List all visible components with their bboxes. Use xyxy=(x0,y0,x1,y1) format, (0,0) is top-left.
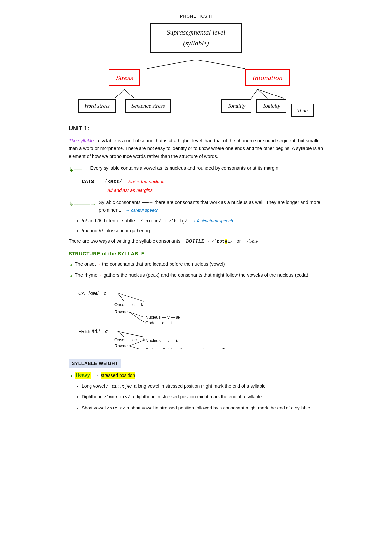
weight-bullets: Long vowel /ˈtiː.tʃə/ a long vowel in st… xyxy=(82,382,323,412)
word-stress-box: Word stress xyxy=(78,99,116,113)
cats-word: CATS → xyxy=(82,178,101,186)
stress-box: Stress xyxy=(109,69,140,86)
arrow-icon-2: ↳────→ xyxy=(69,199,96,209)
svg-text:Nucleus — v — iː: Nucleus — v — iː xyxy=(145,338,178,343)
weight-bullet-2: Diphthong /ˈmɒʊ.tɪv/ a diphthong in stre… xyxy=(82,393,323,401)
syllable-def-text: a syllable is a unit of sound that is at… xyxy=(69,138,323,159)
cats-example-line: CATS → /kæts/ /æ/ is the nucleus xyxy=(82,178,323,186)
nucleus-note: /æ/ is the nucleus xyxy=(129,178,165,185)
syllabic-examples-list: /n/ and /l/: bitten or subtle /ˈbɪtən/ →… xyxy=(82,217,323,234)
syllable-weight-heading: SYLLABLE WEIGHT xyxy=(69,354,323,371)
heavy-arrow: ↳ xyxy=(69,371,73,380)
supraseg-box: Suprasegmental level(syllable) xyxy=(150,23,242,53)
heavy-line: ↳ Heavy → stressed position xyxy=(69,371,323,380)
careful-speech-note: → careful speech xyxy=(126,208,159,213)
onset-definition: ↳ The onset→ the consonants that are loc… xyxy=(69,260,323,269)
svg-line-9 xyxy=(118,293,144,301)
syllabic-consonants-note: ↳────→ Syllabic consonants ──→ there are… xyxy=(69,199,323,214)
heavy-arrow-right: → xyxy=(94,372,99,379)
short-vowel-ipa: /bɪt.ə/ xyxy=(107,406,125,411)
svg-line-0 xyxy=(147,60,196,69)
diagram-connector xyxy=(82,60,310,69)
rhyme-text: The rhyme→ gathers the nucleus (peak) an… xyxy=(75,271,308,279)
bottle-word: BOTTLE xyxy=(186,238,204,244)
svg-text:Nucleus — v — æ: Nucleus — v — æ xyxy=(145,315,180,320)
intonation-box: Intonation xyxy=(245,69,290,86)
syllable-definition: The syllable: a syllable is a unit of so… xyxy=(69,137,323,161)
top-diagram: Suprasegmental level(syllable) Stress Wo… xyxy=(69,23,323,117)
rhyme-definition: ↳ The rhyme→ gathers the nucleus (peak) … xyxy=(69,271,323,280)
svg-text:Rhyme: Rhyme xyxy=(114,343,128,348)
fast-speech-note: ─→ fast/natural speech xyxy=(188,218,233,223)
svg-line-1 xyxy=(196,60,245,69)
stressed-position-text: stressed position xyxy=(101,372,135,379)
vowel-nucleus-text: Every syllable contains a vowel as its n… xyxy=(90,165,280,172)
bottle-line: There are two ways of writing the syllab… xyxy=(69,237,323,246)
stress-branch: Stress Word stress Sentence stress xyxy=(78,69,171,113)
svg-text:CAT /kæt/    σ: CAT /kæt/ σ xyxy=(78,291,106,296)
weight-bullet-3: Short vowel /bɪt.ə/ a short vowel in str… xyxy=(82,404,323,412)
intonation-lines xyxy=(232,89,303,99)
syllabic-example-1: /n/ and /l/: bitten or subtle /ˈbɪtən/ →… xyxy=(82,217,323,225)
weight-heading-text: SYLLABLE WEIGHT xyxy=(69,359,121,368)
bitten-ipa-2: /ˈbɪtn̩/ xyxy=(169,219,187,224)
cats-ipa: /kæts/ xyxy=(105,178,122,186)
svg-line-3 xyxy=(115,89,124,98)
intonation-branch: Intonation Tonality Tonicity Tone xyxy=(221,69,314,117)
rhyme-red-arrow: → xyxy=(97,272,102,278)
svg-text:Rhyme: Rhyme xyxy=(114,309,128,314)
structure-heading: STRUCTURE of the SYLLABLE xyxy=(69,250,323,258)
onset-arrow: ↳ xyxy=(69,260,73,269)
rhyme-arrow: ↳ xyxy=(69,271,73,280)
bottle-ipa-2: /ˈbɒtl̩/ xyxy=(245,237,260,246)
svg-text:FREE /friː/    σ: FREE /friː/ σ xyxy=(78,329,108,334)
page-title: PHONETICS II xyxy=(69,13,323,20)
diphthong-ipa: /ˈmɒʊ.tɪv/ xyxy=(104,395,130,400)
svg-text:Coda — ∅ (when there are not a: Coda — ∅ (when there are not any constit… xyxy=(145,347,236,349)
bitten-ipa-1: /ˈbɪtən/ xyxy=(140,219,161,224)
stress-lines xyxy=(95,89,154,99)
unit1-heading: UNIT 1: xyxy=(69,124,323,133)
syllabic-text: Syllabic consonants ──→ there are conson… xyxy=(99,199,323,214)
svg-line-13 xyxy=(129,312,144,317)
svg-line-7 xyxy=(258,89,284,98)
branches-row: Stress Word stress Sentence stress Inton… xyxy=(69,69,323,117)
onset-text: The onset→ the consonants that are locat… xyxy=(75,260,225,268)
margins-note: /k/ and /ts/ as margins xyxy=(108,187,323,194)
onset-red-arrow: → xyxy=(96,261,101,267)
svg-line-5 xyxy=(251,89,258,98)
svg-line-18 xyxy=(118,331,144,337)
svg-text:Onset — cc — fr: Onset — cc — fr xyxy=(114,338,146,342)
svg-line-4 xyxy=(124,89,134,98)
sentence-stress-box: Sentence stress xyxy=(125,99,171,113)
svg-line-14 xyxy=(129,312,144,322)
heavy-label: Heavy xyxy=(75,372,91,379)
syllabic-example-2: /m/ and /r/: blossom or gathering xyxy=(82,227,323,234)
weight-bullet-1: Long vowel /ˈtiː.tʃə/ a long vowel in st… xyxy=(82,382,323,390)
bottle-ipa-1: /ˈbɒtəl/ xyxy=(212,239,233,244)
tone-box: Tone xyxy=(291,104,314,117)
arrow-icon-1: ↳──→ xyxy=(69,165,88,175)
svg-line-23 xyxy=(129,346,144,349)
vowel-nucleus-note: ↳──→ Every syllable contains a vowel as … xyxy=(69,165,323,175)
cat-free-diagram: CAT /kæt/ σ Onset — c — k Rhyme Nucleus … xyxy=(78,283,323,351)
syllable-label: The syllable: xyxy=(69,138,95,143)
svg-text:Onset — c — k: Onset — c — k xyxy=(114,302,143,307)
svg-line-6 xyxy=(258,89,268,98)
long-vowel-ipa: /ˈtiː.tʃə/ xyxy=(106,384,133,389)
syllable-structure-svg: CAT /kæt/ σ Onset — c — k Rhyme Nucleus … xyxy=(78,283,261,349)
tonicity-box: Tonicity xyxy=(256,99,286,113)
tonality-box: Tonality xyxy=(221,99,251,113)
svg-text:Coda — c — t: Coda — c — t xyxy=(145,321,172,325)
